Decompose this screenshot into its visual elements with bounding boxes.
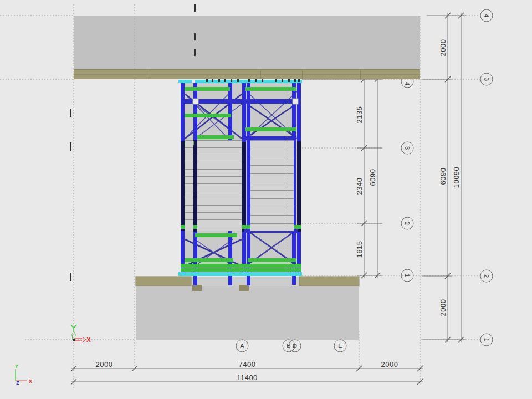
dim-1615: 1615 [355, 241, 364, 258]
grid-bubble-label: A [240, 342, 244, 349]
grid-bubble-label: 2 [483, 274, 490, 278]
dim-7400: 7400 [239, 360, 256, 369]
dim-11400: 11400 [237, 374, 258, 382]
dim-2000-right: 2000 [381, 360, 398, 369]
dim-2000-bottom: 2000 [439, 299, 447, 316]
soffit-joint [260, 70, 261, 79]
cad-elevation-view: 4 2135 2340 1615 6090 2000 6090 10090 20… [0, 0, 532, 399]
soffit-joint [302, 70, 303, 79]
grid-bubble-label: 1 [404, 274, 411, 277]
top-slab [74, 16, 420, 69]
soffit-joint [150, 70, 150, 79]
dim-2000-left: 2000 [96, 360, 113, 369]
slab-soffit-band [74, 69, 420, 79]
grid-bubble-label: D [293, 342, 297, 349]
dim-2000-top: 2000 [439, 39, 447, 57]
foundation-pedestal [136, 277, 359, 340]
triad-x-label: X [29, 378, 32, 384]
axis-triad-icon [16, 369, 27, 381]
grid-bubble-label: 3 [483, 78, 490, 81]
grid-bubble-label: 2 [404, 222, 411, 225]
dim-2135: 2135 [355, 106, 364, 124]
grid-bubble-label: E [338, 342, 342, 349]
triad-z-label: Z [16, 380, 19, 386]
survey-x-label: X [86, 336, 90, 343]
dim-6090-inner: 6090 [369, 169, 377, 186]
soffit-joint [360, 70, 361, 79]
triad-y-label: Y [15, 364, 18, 369]
grid-bubble-label: 4 [404, 82, 411, 85]
dim-10090: 10090 [452, 167, 461, 188]
dim-2340: 2340 [355, 178, 364, 195]
grid-bubble-label: B [287, 342, 290, 349]
formwork-strip-panel [185, 140, 193, 231]
dim-6090-outer: 6090 [439, 168, 447, 185]
formwork-panel-left [197, 140, 242, 231]
grid-bubble-label: 3 [404, 146, 411, 150]
grid-bubble-label: 4 [483, 14, 490, 17]
grid-bubble-label: 1 [483, 338, 490, 341]
grid-line-vertical [288, 80, 288, 272]
soffit-joint-line [74, 74, 420, 75]
